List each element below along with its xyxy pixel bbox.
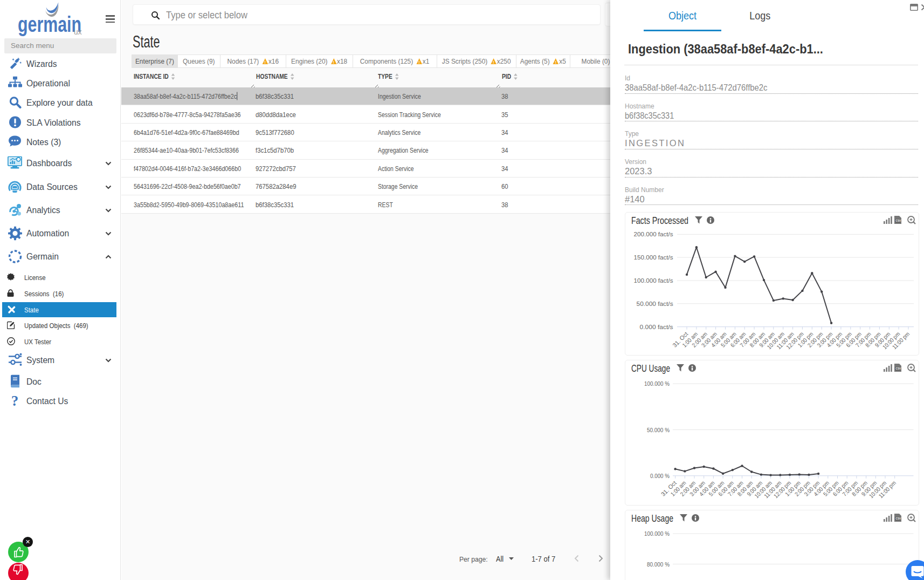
svg-text:Facts Processed: Facts Processed bbox=[631, 215, 688, 226]
svg-text:50.000 fact/s: 50.000 fact/s bbox=[637, 301, 673, 307]
svg-text:CSV: CSV bbox=[896, 517, 901, 520]
svg-text:CPU Usage: CPU Usage bbox=[631, 363, 670, 374]
svg-text:100.000 %: 100.000 % bbox=[644, 380, 670, 387]
svg-text:200.000 fact/s: 200.000 fact/s bbox=[634, 231, 673, 237]
svg-text:germain: germain bbox=[18, 12, 81, 37]
svg-text:50.000 %: 50.000 % bbox=[647, 427, 670, 433]
svg-text:150.000 fact/s: 150.000 fact/s bbox=[634, 254, 673, 261]
svg-text:80.000 %: 80.000 % bbox=[647, 561, 670, 568]
svg-text:CSV: CSV bbox=[896, 367, 901, 370]
svg-text:100.000 %: 100.000 % bbox=[644, 530, 670, 537]
svg-text:CSV: CSV bbox=[896, 220, 901, 222]
svg-text:100.000 fact/s: 100.000 fact/s bbox=[634, 277, 673, 284]
svg-text:Heap Usage: Heap Usage bbox=[631, 513, 673, 524]
svg-text:0.000 %: 0.000 % bbox=[650, 473, 670, 479]
svg-text:ux: ux bbox=[74, 27, 82, 36]
svg-text:0.000 fact/s: 0.000 fact/s bbox=[640, 324, 673, 330]
